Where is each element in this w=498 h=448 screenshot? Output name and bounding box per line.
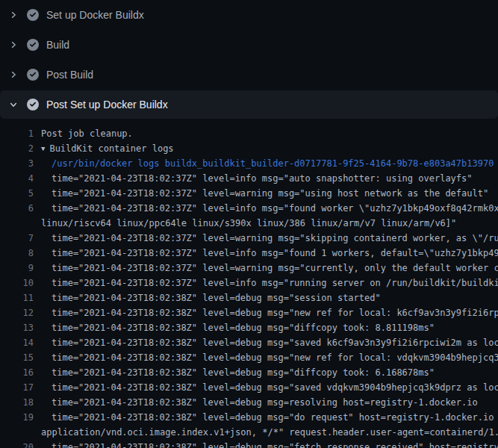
log-line-text: application/vnd.oci.image.index.v1+json,… (41, 425, 498, 440)
actions-log-viewer: Set up Docker BuildxBuildPost BuildPost … (0, 0, 498, 448)
log-line: 19time="2021-04-23T18:02:38Z" level=debu… (0, 410, 498, 425)
log-line-text: time="2021-04-23T18:02:37Z" level=info m… (52, 276, 498, 290)
log-line: 18time="2021-04-23T18:02:38Z" level=debu… (0, 395, 498, 410)
log-line-number[interactable]: 2 (0, 141, 34, 156)
log-line-number[interactable]: 4 (0, 171, 34, 186)
log-line-text: time="2021-04-23T18:02:37Z" level=info m… (52, 201, 498, 216)
log-line-text: time="2021-04-23T18:02:38Z" level=debug … (52, 410, 498, 425)
log-line: 12time="2021-04-23T18:02:38Z" level=debu… (0, 305, 498, 320)
chevron-right-icon (9, 40, 18, 49)
collapse-caret-icon[interactable]: ▼ (41, 141, 45, 156)
log-line: 9time="2021-04-23T18:02:37Z" level=warni… (0, 261, 498, 276)
log-group-title: BuildKit container logs (49, 143, 173, 154)
step-header-set-up-docker-buildx[interactable]: Set up Docker Buildx (0, 0, 498, 30)
log-line-text: time="2021-04-23T18:02:38Z" level=debug … (52, 380, 498, 395)
log-line: 4time="2021-04-23T18:02:37Z" level=info … (0, 171, 498, 186)
log-line-text: time="2021-04-23T18:02:37Z" level=warnin… (52, 231, 498, 246)
log-line: application/vnd.oci.image.index.v1+json,… (0, 425, 498, 440)
log-line-text: time="2021-04-23T18:02:38Z" level=debug … (52, 395, 478, 410)
step-label: Build (46, 39, 69, 51)
log-line-number[interactable]: 7 (0, 231, 34, 246)
log-console: 1Post job cleanup.2▼BuildKit container l… (0, 119, 498, 448)
log-line-number[interactable]: 16 (0, 365, 34, 380)
check-circle-icon (27, 69, 39, 81)
log-line-number[interactable]: 18 (0, 395, 34, 410)
log-line: 5time="2021-04-23T18:02:37Z" level=warni… (0, 186, 498, 201)
log-line: 7time="2021-04-23T18:02:37Z" level=warni… (0, 231, 498, 246)
log-line-text: time="2021-04-23T18:02:38Z" level=debug … (52, 305, 498, 320)
log-command-text: /usr/bin/docker logs buildx_buildkit_bui… (52, 156, 494, 171)
chevron-right-icon (9, 70, 18, 79)
log-line: 17time="2021-04-23T18:02:38Z" level=debu… (0, 380, 498, 395)
log-line-number[interactable]: 12 (0, 305, 34, 320)
log-line-text: time="2021-04-23T18:02:37Z" level=info m… (52, 246, 498, 261)
log-line-text: time="2021-04-23T18:02:38Z" level=debug … (52, 440, 498, 448)
log-line-text: time="2021-04-23T18:02:38Z" level=debug … (52, 290, 381, 305)
log-line-text: Post job cleanup. (41, 126, 133, 141)
step-header-build[interactable]: Build (0, 30, 498, 60)
log-line: 2▼BuildKit container logs (0, 141, 498, 156)
log-line-number[interactable]: 10 (0, 276, 34, 290)
log-line: linux/riscv64 linux/ppc64le linux/s390x … (0, 216, 498, 231)
log-line: 13time="2021-04-23T18:02:38Z" level=debu… (0, 320, 498, 335)
log-line-text: time="2021-04-23T18:02:38Z" level=debug … (52, 350, 498, 365)
log-line-number[interactable]: 15 (0, 350, 34, 365)
log-line-text: linux/riscv64 linux/ppc64le linux/s390x … (41, 216, 456, 231)
log-line: 20time="2021-04-23T18:02:38Z" level=debu… (0, 440, 498, 448)
log-line-number[interactable]: 5 (0, 186, 34, 201)
log-line-number[interactable]: 11 (0, 290, 34, 305)
log-line: 10time="2021-04-23T18:02:37Z" level=info… (0, 276, 498, 290)
log-line-text: time="2021-04-23T18:02:38Z" level=debug … (52, 335, 498, 350)
check-circle-icon (27, 99, 39, 111)
log-line-number[interactable]: 6 (0, 201, 34, 216)
log-line-text: time="2021-04-23T18:02:37Z" level=warnin… (52, 186, 488, 201)
log-line-text: ▼BuildKit container logs (41, 141, 174, 157)
step-header-post-set-up-docker-buildx[interactable]: Post Set up Docker Buildx (0, 90, 498, 119)
log-line: 16time="2021-04-23T18:02:38Z" level=debu… (0, 365, 498, 380)
log-line-number[interactable]: 17 (0, 380, 34, 395)
log-line-text: time="2021-04-23T18:02:38Z" level=debug … (52, 320, 435, 335)
log-line-number[interactable]: 19 (0, 410, 34, 425)
log-line-number[interactable]: 13 (0, 320, 34, 335)
log-line: 14time="2021-04-23T18:02:38Z" level=debu… (0, 335, 498, 350)
log-line: 1Post job cleanup. (0, 126, 498, 141)
chevron-right-icon (9, 10, 18, 19)
step-header-post-build[interactable]: Post Build (0, 60, 498, 90)
log-line-number[interactable]: 1 (0, 126, 34, 141)
log-line-text: time="2021-04-23T18:02:38Z" level=debug … (52, 365, 435, 380)
log-line-text: time="2021-04-23T18:02:37Z" level=info m… (52, 171, 473, 186)
step-label: Post Set up Docker Buildx (46, 99, 168, 111)
step-label: Post Build (46, 69, 93, 81)
log-line: 6time="2021-04-23T18:02:37Z" level=info … (0, 201, 498, 216)
step-label: Set up Docker Buildx (46, 9, 144, 21)
log-line-number[interactable]: 9 (0, 261, 34, 276)
log-line-text: time="2021-04-23T18:02:37Z" level=warnin… (52, 261, 498, 276)
steps-list: Set up Docker BuildxBuildPost BuildPost … (0, 0, 498, 119)
log-line: 3/usr/bin/docker logs buildx_buildkit_bu… (0, 156, 498, 171)
check-circle-icon (27, 9, 39, 21)
log-line: 15time="2021-04-23T18:02:38Z" level=debu… (0, 350, 498, 365)
log-line: 11time="2021-04-23T18:02:38Z" level=debu… (0, 290, 498, 305)
log-line-number[interactable]: 8 (0, 246, 34, 261)
log-line: 8time="2021-04-23T18:02:37Z" level=info … (0, 246, 498, 261)
log-line-number[interactable]: 3 (0, 156, 34, 171)
chevron-down-icon (9, 100, 18, 109)
log-line-number[interactable]: 14 (0, 335, 34, 350)
check-circle-icon (27, 39, 39, 51)
log-line-number[interactable]: 20 (0, 440, 34, 448)
